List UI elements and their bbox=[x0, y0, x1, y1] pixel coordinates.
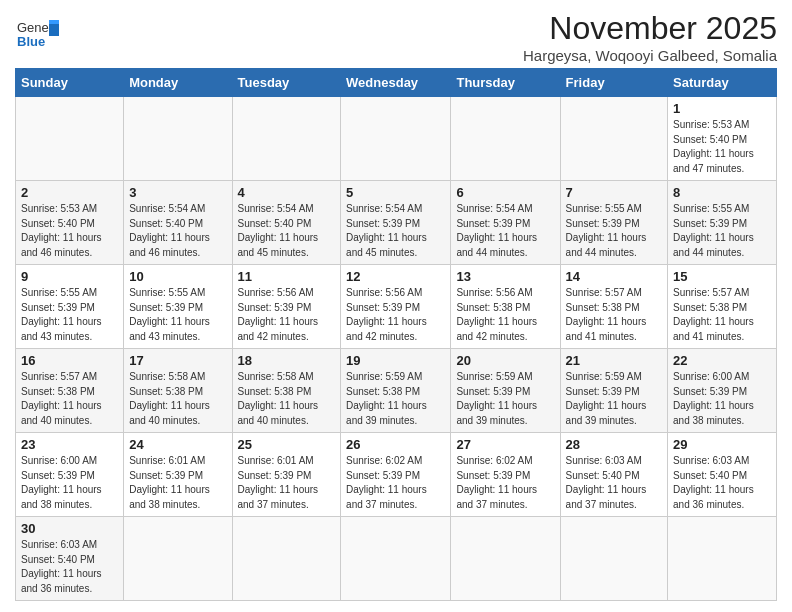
calendar-header-cell: Tuesday bbox=[232, 69, 341, 97]
day-number: 24 bbox=[129, 437, 226, 452]
calendar-day-cell: 23Sunrise: 6:00 AM Sunset: 5:39 PM Dayli… bbox=[16, 433, 124, 517]
calendar-day-cell bbox=[341, 517, 451, 601]
calendar-day-cell: 26Sunrise: 6:02 AM Sunset: 5:39 PM Dayli… bbox=[341, 433, 451, 517]
day-number: 30 bbox=[21, 521, 118, 536]
calendar-header-cell: Thursday bbox=[451, 69, 560, 97]
calendar-day-cell: 10Sunrise: 5:55 AM Sunset: 5:39 PM Dayli… bbox=[124, 265, 232, 349]
day-info: Sunrise: 5:55 AM Sunset: 5:39 PM Dayligh… bbox=[129, 286, 226, 344]
day-number: 23 bbox=[21, 437, 118, 452]
calendar-day-cell bbox=[124, 517, 232, 601]
day-number: 9 bbox=[21, 269, 118, 284]
day-info: Sunrise: 5:56 AM Sunset: 5:39 PM Dayligh… bbox=[346, 286, 445, 344]
day-info: Sunrise: 6:03 AM Sunset: 5:40 PM Dayligh… bbox=[673, 454, 771, 512]
calendar-day-cell: 8Sunrise: 5:55 AM Sunset: 5:39 PM Daylig… bbox=[668, 181, 777, 265]
day-number: 13 bbox=[456, 269, 554, 284]
day-info: Sunrise: 5:59 AM Sunset: 5:39 PM Dayligh… bbox=[456, 370, 554, 428]
day-info: Sunrise: 5:57 AM Sunset: 5:38 PM Dayligh… bbox=[673, 286, 771, 344]
calendar-day-cell bbox=[560, 517, 667, 601]
calendar-day-cell: 7Sunrise: 5:55 AM Sunset: 5:39 PM Daylig… bbox=[560, 181, 667, 265]
day-info: Sunrise: 5:53 AM Sunset: 5:40 PM Dayligh… bbox=[21, 202, 118, 260]
day-number: 14 bbox=[566, 269, 662, 284]
day-number: 19 bbox=[346, 353, 445, 368]
calendar-day-cell: 11Sunrise: 5:56 AM Sunset: 5:39 PM Dayli… bbox=[232, 265, 341, 349]
header: General Blue November 2025 Hargeysa, Woq… bbox=[15, 10, 777, 64]
day-number: 2 bbox=[21, 185, 118, 200]
calendar-table: SundayMondayTuesdayWednesdayThursdayFrid… bbox=[15, 68, 777, 601]
day-number: 22 bbox=[673, 353, 771, 368]
day-info: Sunrise: 5:59 AM Sunset: 5:38 PM Dayligh… bbox=[346, 370, 445, 428]
calendar-day-cell: 29Sunrise: 6:03 AM Sunset: 5:40 PM Dayli… bbox=[668, 433, 777, 517]
day-info: Sunrise: 5:57 AM Sunset: 5:38 PM Dayligh… bbox=[566, 286, 662, 344]
day-number: 6 bbox=[456, 185, 554, 200]
subtitle: Hargeysa, Woqooyi Galbeed, Somalia bbox=[523, 47, 777, 64]
calendar-header-cell: Wednesday bbox=[341, 69, 451, 97]
day-info: Sunrise: 5:55 AM Sunset: 5:39 PM Dayligh… bbox=[673, 202, 771, 260]
calendar-week-row: 2Sunrise: 5:53 AM Sunset: 5:40 PM Daylig… bbox=[16, 181, 777, 265]
calendar-day-cell bbox=[451, 97, 560, 181]
svg-text:Blue: Blue bbox=[17, 34, 45, 49]
calendar-week-row: 9Sunrise: 5:55 AM Sunset: 5:39 PM Daylig… bbox=[16, 265, 777, 349]
day-number: 4 bbox=[238, 185, 336, 200]
calendar-day-cell: 22Sunrise: 6:00 AM Sunset: 5:39 PM Dayli… bbox=[668, 349, 777, 433]
calendar-day-cell: 2Sunrise: 5:53 AM Sunset: 5:40 PM Daylig… bbox=[16, 181, 124, 265]
calendar-header-cell: Sunday bbox=[16, 69, 124, 97]
day-info: Sunrise: 5:58 AM Sunset: 5:38 PM Dayligh… bbox=[129, 370, 226, 428]
day-number: 18 bbox=[238, 353, 336, 368]
day-info: Sunrise: 5:55 AM Sunset: 5:39 PM Dayligh… bbox=[566, 202, 662, 260]
day-info: Sunrise: 5:55 AM Sunset: 5:39 PM Dayligh… bbox=[21, 286, 118, 344]
day-info: Sunrise: 5:56 AM Sunset: 5:38 PM Dayligh… bbox=[456, 286, 554, 344]
calendar-week-row: 16Sunrise: 5:57 AM Sunset: 5:38 PM Dayli… bbox=[16, 349, 777, 433]
day-number: 3 bbox=[129, 185, 226, 200]
calendar-day-cell bbox=[16, 97, 124, 181]
day-info: Sunrise: 6:02 AM Sunset: 5:39 PM Dayligh… bbox=[346, 454, 445, 512]
calendar-day-cell bbox=[451, 517, 560, 601]
day-number: 25 bbox=[238, 437, 336, 452]
day-number: 29 bbox=[673, 437, 771, 452]
calendar-day-cell: 3Sunrise: 5:54 AM Sunset: 5:40 PM Daylig… bbox=[124, 181, 232, 265]
day-number: 20 bbox=[456, 353, 554, 368]
svg-marker-3 bbox=[49, 20, 59, 24]
day-number: 27 bbox=[456, 437, 554, 452]
day-number: 26 bbox=[346, 437, 445, 452]
calendar-day-cell: 20Sunrise: 5:59 AM Sunset: 5:39 PM Dayli… bbox=[451, 349, 560, 433]
calendar-day-cell: 28Sunrise: 6:03 AM Sunset: 5:40 PM Dayli… bbox=[560, 433, 667, 517]
logo-icon: General Blue bbox=[15, 16, 59, 52]
day-number: 10 bbox=[129, 269, 226, 284]
day-number: 5 bbox=[346, 185, 445, 200]
title-block: November 2025 Hargeysa, Woqooyi Galbeed,… bbox=[523, 10, 777, 64]
day-info: Sunrise: 5:54 AM Sunset: 5:40 PM Dayligh… bbox=[238, 202, 336, 260]
calendar-day-cell bbox=[341, 97, 451, 181]
day-info: Sunrise: 5:54 AM Sunset: 5:39 PM Dayligh… bbox=[346, 202, 445, 260]
day-info: Sunrise: 6:00 AM Sunset: 5:39 PM Dayligh… bbox=[21, 454, 118, 512]
day-info: Sunrise: 5:58 AM Sunset: 5:38 PM Dayligh… bbox=[238, 370, 336, 428]
calendar-day-cell: 5Sunrise: 5:54 AM Sunset: 5:39 PM Daylig… bbox=[341, 181, 451, 265]
calendar-day-cell: 25Sunrise: 6:01 AM Sunset: 5:39 PM Dayli… bbox=[232, 433, 341, 517]
day-number: 11 bbox=[238, 269, 336, 284]
calendar-day-cell: 13Sunrise: 5:56 AM Sunset: 5:38 PM Dayli… bbox=[451, 265, 560, 349]
day-info: Sunrise: 5:57 AM Sunset: 5:38 PM Dayligh… bbox=[21, 370, 118, 428]
calendar-day-cell: 24Sunrise: 6:01 AM Sunset: 5:39 PM Dayli… bbox=[124, 433, 232, 517]
calendar-day-cell: 21Sunrise: 5:59 AM Sunset: 5:39 PM Dayli… bbox=[560, 349, 667, 433]
calendar-week-row: 30Sunrise: 6:03 AM Sunset: 5:40 PM Dayli… bbox=[16, 517, 777, 601]
day-number: 21 bbox=[566, 353, 662, 368]
day-info: Sunrise: 6:01 AM Sunset: 5:39 PM Dayligh… bbox=[238, 454, 336, 512]
day-info: Sunrise: 6:00 AM Sunset: 5:39 PM Dayligh… bbox=[673, 370, 771, 428]
calendar-day-cell: 12Sunrise: 5:56 AM Sunset: 5:39 PM Dayli… bbox=[341, 265, 451, 349]
day-number: 1 bbox=[673, 101, 771, 116]
svg-marker-2 bbox=[49, 24, 59, 36]
calendar-day-cell bbox=[232, 517, 341, 601]
day-number: 12 bbox=[346, 269, 445, 284]
calendar-day-cell: 16Sunrise: 5:57 AM Sunset: 5:38 PM Dayli… bbox=[16, 349, 124, 433]
calendar-day-cell bbox=[232, 97, 341, 181]
day-number: 16 bbox=[21, 353, 118, 368]
day-number: 28 bbox=[566, 437, 662, 452]
calendar-day-cell: 6Sunrise: 5:54 AM Sunset: 5:39 PM Daylig… bbox=[451, 181, 560, 265]
calendar-day-cell: 18Sunrise: 5:58 AM Sunset: 5:38 PM Dayli… bbox=[232, 349, 341, 433]
day-info: Sunrise: 5:54 AM Sunset: 5:40 PM Dayligh… bbox=[129, 202, 226, 260]
calendar-day-cell: 1Sunrise: 5:53 AM Sunset: 5:40 PM Daylig… bbox=[668, 97, 777, 181]
calendar-day-cell: 9Sunrise: 5:55 AM Sunset: 5:39 PM Daylig… bbox=[16, 265, 124, 349]
logo: General Blue bbox=[15, 16, 59, 52]
calendar-header-cell: Monday bbox=[124, 69, 232, 97]
day-info: Sunrise: 6:01 AM Sunset: 5:39 PM Dayligh… bbox=[129, 454, 226, 512]
day-info: Sunrise: 5:53 AM Sunset: 5:40 PM Dayligh… bbox=[673, 118, 771, 176]
